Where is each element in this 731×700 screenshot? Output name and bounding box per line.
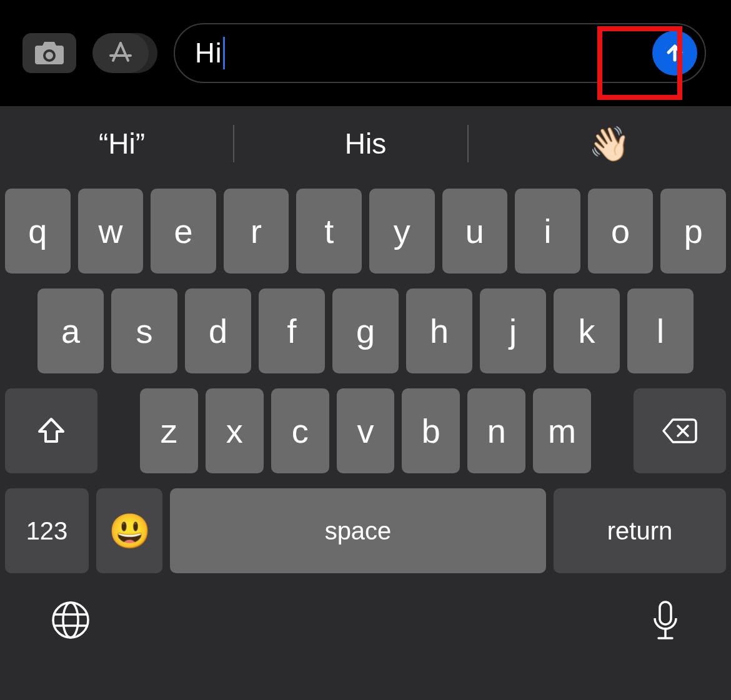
key-i[interactable]: i (515, 189, 580, 274)
key-emoji[interactable]: 😃 (96, 488, 162, 573)
camera-icon (34, 41, 65, 66)
key-j[interactable]: j (480, 288, 546, 373)
svg-rect-2 (660, 602, 671, 624)
key-w[interactable]: w (78, 189, 144, 274)
key-x[interactable]: x (206, 388, 264, 473)
key-z[interactable]: z (140, 388, 198, 473)
keyboard-row-1: q w e r t y u i o p (5, 189, 726, 274)
key-e[interactable]: e (151, 189, 216, 274)
key-shift[interactable] (5, 388, 97, 473)
message-input-text: Hi (195, 37, 222, 69)
suggestion-bar: “Hi” His 👋🏻 (0, 106, 731, 181)
key-k[interactable]: k (554, 288, 620, 373)
key-p[interactable]: p (660, 189, 726, 274)
key-s[interactable]: s (111, 288, 177, 373)
message-composer-bar: Hi (0, 0, 731, 106)
key-n[interactable]: n (467, 388, 525, 473)
key-d[interactable]: d (185, 288, 251, 373)
key-a[interactable]: a (37, 288, 104, 373)
key-u[interactable]: u (442, 189, 508, 274)
microphone-icon (650, 599, 681, 646)
key-v[interactable]: v (337, 388, 395, 473)
wave-emoji-icon: 👋🏻 (589, 124, 630, 164)
globe-button[interactable] (50, 599, 91, 641)
keyboard: “Hi” His 👋🏻 q w e r t y u i o p a s d f … (0, 106, 731, 700)
key-q[interactable]: q (5, 189, 71, 274)
key-l[interactable]: l (627, 288, 694, 373)
svg-point-1 (63, 603, 78, 638)
key-c[interactable]: c (271, 388, 329, 473)
keyboard-row-2: a s d f g h j k l (5, 288, 726, 373)
key-space[interactable]: space (170, 488, 546, 573)
dictation-button[interactable] (650, 599, 681, 646)
key-g[interactable]: g (332, 288, 399, 373)
keyboard-bottom-bar (0, 588, 731, 694)
shift-icon (36, 415, 67, 446)
text-cursor (223, 37, 225, 69)
backspace-icon (662, 417, 698, 445)
camera-button[interactable] (22, 33, 76, 73)
key-t[interactable]: t (296, 189, 362, 274)
key-m[interactable]: m (533, 388, 591, 473)
app-store-icon (107, 39, 134, 67)
arrow-up-icon (663, 41, 687, 65)
keyboard-rows: q w e r t y u i o p a s d f g h j k l (0, 181, 731, 573)
divider (467, 125, 469, 162)
key-f[interactable]: f (259, 288, 325, 373)
key-o[interactable]: o (588, 189, 654, 274)
key-numbers[interactable]: 123 (5, 488, 89, 573)
svg-point-0 (53, 603, 88, 638)
key-h[interactable]: h (406, 288, 472, 373)
suggestion-2[interactable]: His (244, 127, 487, 160)
key-backspace[interactable] (634, 388, 726, 473)
apps-button[interactable] (92, 33, 157, 73)
send-button[interactable] (652, 31, 697, 76)
emoji-icon: 😃 (109, 511, 151, 551)
message-input[interactable]: Hi (174, 23, 706, 83)
divider (233, 125, 234, 162)
key-b[interactable]: b (402, 388, 460, 473)
key-return[interactable]: return (554, 488, 726, 573)
globe-icon (50, 599, 91, 641)
keyboard-row-3: z x c v b n m (5, 388, 726, 473)
key-r[interactable]: r (224, 189, 289, 274)
suggestion-3[interactable]: 👋🏻 (487, 124, 731, 164)
key-y[interactable]: y (369, 189, 435, 274)
keyboard-row-4: 123 😃 space return (5, 488, 726, 573)
suggestion-1[interactable]: “Hi” (0, 127, 244, 160)
